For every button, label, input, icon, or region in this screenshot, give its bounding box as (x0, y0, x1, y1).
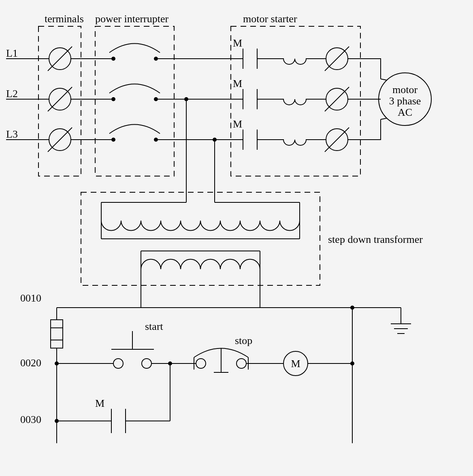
svg-point-13 (111, 57, 115, 61)
label-M-contact2: M (233, 78, 242, 89)
label-rung-0020: 0020 (20, 357, 41, 369)
svg-point-91 (350, 361, 354, 366)
motor-text-3: AC (398, 106, 412, 118)
label-M-contact1: M (233, 37, 242, 49)
motor-text-2: 3 phase (389, 95, 421, 107)
label-contact-M: M (95, 397, 104, 409)
label-M-contact3: M (233, 118, 242, 130)
label-stop: stop (235, 335, 252, 346)
label-motor-starter: motor starter (243, 13, 297, 25)
label-rung-0010: 0010 (20, 292, 41, 304)
label-L3: L3 (6, 128, 18, 140)
label-power-interrupter: power interrupter (95, 13, 169, 25)
svg-point-71 (350, 306, 354, 310)
label-terminals: terminals (45, 13, 84, 25)
svg-point-16 (154, 97, 158, 101)
label-start: start (145, 321, 164, 332)
label-L1: L1 (6, 47, 18, 59)
svg-point-17 (111, 138, 115, 142)
label-transformer: step down transformer (328, 234, 423, 245)
svg-point-18 (154, 138, 158, 142)
svg-point-15 (111, 97, 115, 101)
label-rung-0030: 0030 (20, 414, 41, 425)
motor-text-1: motor (392, 84, 418, 96)
motor-control-schematic: terminals power interrupter motor starte… (0, 0, 473, 476)
svg-point-14 (154, 57, 158, 61)
label-L2: L2 (6, 88, 18, 100)
svg-text:M: M (291, 358, 300, 370)
